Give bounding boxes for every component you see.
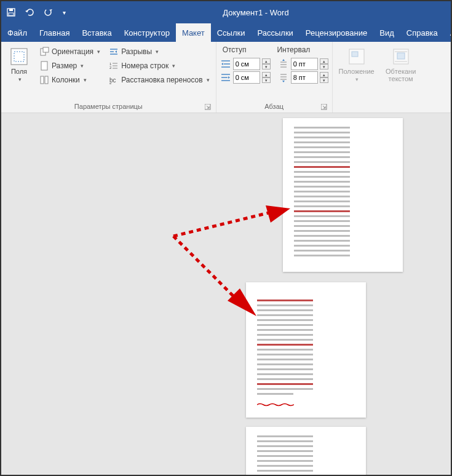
group-page-setup: Поля ▾ Ориентация▾ Размер▾ Колонки▾ bbox=[1, 42, 216, 113]
indent-left-input[interactable] bbox=[233, 58, 260, 70]
margins-icon bbox=[9, 47, 29, 66]
tab-layout[interactable]: Макет bbox=[176, 23, 211, 42]
tab-review[interactable]: Рецензирование bbox=[299, 23, 373, 42]
spin-up-icon[interactable]: ▴ bbox=[320, 58, 328, 64]
svg-rect-4 bbox=[11, 49, 27, 65]
chevron-down-icon: ▾ bbox=[207, 77, 210, 83]
svg-text:2: 2 bbox=[109, 66, 112, 69]
columns-button[interactable]: Колонки▾ bbox=[37, 74, 103, 86]
undo-icon[interactable] bbox=[25, 7, 34, 17]
dialog-launcher-icon[interactable] bbox=[321, 104, 327, 110]
wrap-text-button: Обтекани текстом bbox=[381, 44, 421, 101]
position-button: Положение ▾ bbox=[336, 44, 377, 101]
svg-line-20 bbox=[173, 213, 269, 236]
save-icon[interactable] bbox=[6, 7, 16, 17]
svg-rect-10 bbox=[45, 76, 48, 84]
tab-references[interactable]: Ссылки bbox=[211, 23, 252, 42]
page-text-preview bbox=[257, 299, 329, 398]
line-numbers-label: Номера строк bbox=[121, 61, 169, 70]
chevron-down-icon: ▾ bbox=[84, 77, 87, 83]
indent-left-field[interactable]: ▴▾ bbox=[220, 58, 271, 70]
space-after-field[interactable]: ▴▾ bbox=[278, 71, 328, 84]
svg-rect-8 bbox=[41, 61, 47, 70]
space-after-icon bbox=[278, 72, 289, 83]
hyphenation-button[interactable]: bc Расстановка переносов▾ bbox=[106, 74, 212, 86]
spin-down-icon[interactable]: ▾ bbox=[262, 77, 271, 83]
breaks-button[interactable]: Разрывы▾ bbox=[106, 46, 212, 58]
orientation-button[interactable]: Ориентация▾ bbox=[37, 46, 103, 58]
redo-icon[interactable] bbox=[43, 7, 53, 17]
indent-right-field[interactable]: ▴▾ bbox=[220, 71, 271, 84]
page-thumbnail-3[interactable] bbox=[246, 427, 366, 475]
annotation-arrow-1 bbox=[167, 205, 290, 242]
wrap-text-icon bbox=[391, 47, 411, 66]
indent-right-input[interactable] bbox=[233, 71, 260, 84]
line-numbers-button[interactable]: 12 Номера строк▾ bbox=[106, 60, 212, 72]
space-before-icon bbox=[278, 58, 289, 69]
space-before-input[interactable] bbox=[291, 58, 318, 70]
space-after-input[interactable] bbox=[291, 71, 318, 84]
dialog-launcher-icon[interactable] bbox=[205, 104, 211, 110]
orientation-label: Ориентация bbox=[52, 47, 93, 56]
tab-file[interactable]: Файл bbox=[1, 23, 33, 42]
margins-label: Поля bbox=[11, 68, 27, 75]
page-text-preview bbox=[294, 127, 366, 260]
position-icon bbox=[347, 47, 367, 66]
page-thumbnail-2[interactable] bbox=[246, 282, 366, 418]
orientation-icon bbox=[39, 47, 49, 57]
tab-insert[interactable]: Вставка bbox=[76, 23, 117, 42]
page-setup-group-label: Параметры страницы bbox=[5, 101, 212, 111]
space-before-field[interactable]: ▴▾ bbox=[278, 58, 328, 70]
wrap-text-label: Обтекани текстом bbox=[382, 68, 420, 82]
tab-home[interactable]: Главная bbox=[33, 23, 76, 42]
hyphenation-icon: bc bbox=[109, 75, 119, 85]
position-label: Положение bbox=[339, 68, 375, 75]
quick-access-toolbar: ▾ bbox=[6, 7, 66, 17]
spelling-wavy-icon bbox=[257, 403, 294, 407]
ribbon-tabs: Файл Главная Вставка Конструктор Макет С… bbox=[1, 23, 451, 42]
spin-down-icon[interactable]: ▾ bbox=[320, 64, 328, 69]
tab-view[interactable]: Вид bbox=[373, 23, 400, 42]
columns-icon bbox=[39, 75, 49, 85]
chevron-down-icon: ▾ bbox=[156, 49, 159, 55]
tab-design[interactable]: Конструктор bbox=[118, 23, 176, 42]
window-title: Документ1 - Word bbox=[66, 8, 446, 17]
indent-right-icon bbox=[220, 72, 231, 83]
group-arrange: Положение ▾ Обтекани текстом bbox=[333, 42, 451, 113]
svg-rect-9 bbox=[41, 76, 44, 84]
spacing-header: Интервал bbox=[277, 46, 310, 54]
ribbon: Поля ▾ Ориентация▾ Размер▾ Колонки▾ bbox=[1, 42, 451, 113]
document-canvas[interactable] bbox=[1, 113, 451, 475]
svg-line-22 bbox=[173, 236, 235, 298]
group-paragraph: Отступ Интервал ▴▾ ▴▾ ▴ bbox=[216, 42, 333, 113]
hyphenation-label: Расстановка переносов bbox=[121, 76, 203, 84]
chevron-down-icon: ▾ bbox=[172, 63, 175, 69]
spin-down-icon[interactable]: ▾ bbox=[320, 77, 328, 83]
breaks-icon bbox=[109, 47, 119, 57]
indent-left-icon bbox=[220, 58, 231, 69]
svg-rect-17 bbox=[352, 52, 358, 57]
arrange-group-label bbox=[336, 101, 446, 111]
svg-rect-2 bbox=[9, 13, 14, 15]
line-numbers-icon: 12 bbox=[109, 61, 119, 71]
chevron-down-icon: ▾ bbox=[81, 63, 84, 69]
spin-down-icon[interactable]: ▾ bbox=[262, 64, 271, 69]
tab-mailings[interactable]: Рассылки bbox=[251, 23, 299, 42]
margins-button[interactable]: Поля ▾ bbox=[5, 44, 33, 101]
size-button[interactable]: Размер▾ bbox=[37, 60, 103, 72]
chevron-down-icon: ▾ bbox=[355, 76, 359, 82]
paragraph-group-label: Абзац bbox=[220, 101, 328, 111]
spin-up-icon[interactable]: ▴ bbox=[262, 58, 271, 64]
tab-abbyy[interactable]: ABB bbox=[444, 23, 452, 42]
spin-up-icon[interactable]: ▴ bbox=[320, 72, 328, 77]
page-text-preview bbox=[257, 435, 329, 475]
svg-rect-1 bbox=[9, 9, 13, 11]
columns-label: Колонки bbox=[52, 76, 80, 84]
svg-rect-19 bbox=[397, 53, 405, 59]
breaks-label: Разрывы bbox=[121, 47, 152, 56]
svg-rect-7 bbox=[43, 47, 49, 52]
spin-up-icon[interactable]: ▴ bbox=[262, 72, 271, 77]
chevron-down-icon: ▾ bbox=[18, 76, 22, 82]
tab-help[interactable]: Справка bbox=[400, 23, 444, 42]
page-thumbnail-1[interactable] bbox=[283, 118, 403, 272]
